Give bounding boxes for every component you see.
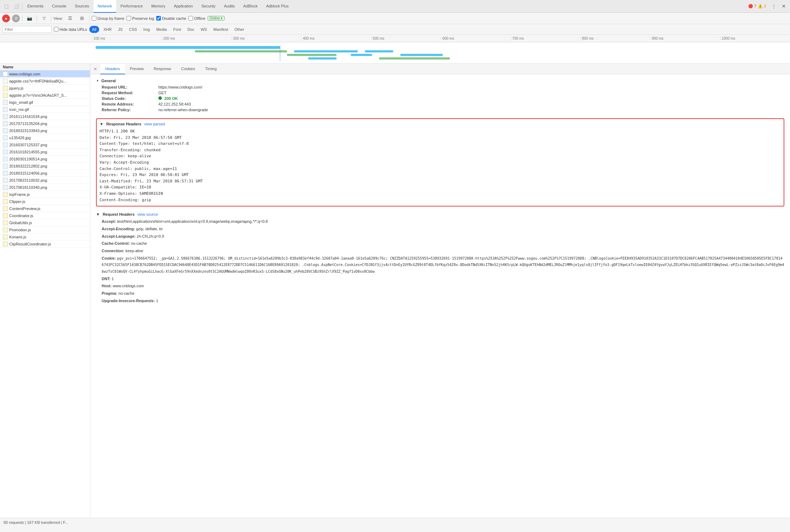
request-field-row: Cache-Control: no-cache <box>96 240 784 247</box>
group-by-frame-checkbox[interactable] <box>92 16 96 21</box>
list-item[interactable]: icon_rss.gif <box>0 106 90 113</box>
view-list-icon[interactable]: ☰ <box>65 13 75 23</box>
list-item[interactable]: Konami.js <box>0 233 90 240</box>
filter-ws-button[interactable]: WS <box>198 26 209 33</box>
request-headers-section: ▼ Request Headers view source Accept: te… <box>90 209 790 307</box>
img-file-icon <box>3 185 8 190</box>
file-name: 20161018214555.png <box>9 150 47 154</box>
panel-tab-response[interactable]: Response <box>149 64 176 74</box>
img-file-icon <box>3 100 8 105</box>
panel-tab-timing[interactable]: Timing <box>200 64 222 74</box>
view-source-button[interactable]: view source <box>137 212 158 216</box>
inspect-icon[interactable]: ⬚ <box>1 1 11 11</box>
panel-tab-cookies[interactable]: Cookies <box>176 64 200 74</box>
tab-adblock[interactable]: AdBlock <box>239 0 262 13</box>
list-item[interactable]: Clipper.js <box>0 198 90 205</box>
general-section-header[interactable]: ▼ General <box>96 77 784 84</box>
list-item[interactable]: 20160307125337.png <box>0 141 90 148</box>
list-item[interactable]: GlobalUtils.js <box>0 219 90 226</box>
list-item[interactable]: logo_small.gif <box>0 99 90 106</box>
filter-doc-button[interactable]: Doc <box>185 26 197 33</box>
filter-css-button[interactable]: CSS <box>127 26 139 33</box>
file-name: Promotion.js <box>9 228 31 232</box>
request-field-row: Accept: text/html,application/xhtml+xml,… <box>96 218 784 225</box>
tab-application[interactable]: Application <box>170 0 197 13</box>
list-item[interactable]: u135426.jpg <box>0 134 90 141</box>
tab-memory[interactable]: Memory <box>147 0 170 13</box>
tab-security[interactable]: Security <box>197 0 220 13</box>
panel-close-button[interactable]: ✕ <box>90 64 100 74</box>
hide-data-urls-checkbox[interactable] <box>54 27 58 32</box>
file-list: Name www.cnblogs.comaggsite.css?v=lhfFDN… <box>0 64 90 518</box>
filter-font-button[interactable]: Font <box>171 26 183 33</box>
view-grid-icon[interactable]: ⊞ <box>77 13 87 23</box>
panel-tab-preview[interactable]: Preview <box>125 64 149 74</box>
online-selector[interactable]: Online ▾ <box>208 16 225 21</box>
js-file-icon <box>3 227 8 232</box>
list-item[interactable]: topFrame.js <box>0 191 90 198</box>
tab-performance[interactable]: Performance <box>116 0 147 13</box>
file-name: ContentPreview.js <box>9 206 40 211</box>
filter-other-button[interactable]: Other <box>232 26 247 33</box>
offline-checkbox[interactable] <box>188 16 193 21</box>
list-item[interactable]: 20180301190514.png <box>0 155 90 163</box>
hide-data-urls-label[interactable]: Hide data URLs <box>54 27 87 32</box>
group-by-frame-label[interactable]: Group by frame <box>92 16 124 21</box>
tab-adblock-plus[interactable]: Adblock Plus <box>262 0 293 13</box>
panel-tab-headers[interactable]: Headers <box>100 64 125 74</box>
list-item[interactable]: ClipResultCoordinator.js <box>0 240 90 248</box>
response-header-line: X-UA-Compatible: IE=10 <box>100 184 781 191</box>
filter-manifest-button[interactable]: Manifest <box>211 26 230 33</box>
view-parsed-button[interactable]: view parsed <box>144 122 165 126</box>
filter-img-button[interactable]: Img <box>141 26 152 33</box>
timeline-tick: 800 ms <box>581 36 650 40</box>
list-item[interactable]: 20180323133943.png <box>0 127 90 134</box>
toolbar-divider-4 <box>89 15 90 22</box>
tab-sources[interactable]: Sources <box>70 0 93 13</box>
online-dropdown-icon[interactable]: ▾ <box>221 16 222 20</box>
list-item[interactable]: jquery.js <box>0 85 90 92</box>
preserve-log-label[interactable]: Preserve log <box>126 16 154 21</box>
filter-js-button[interactable]: JS <box>116 26 125 33</box>
more-options-icon[interactable]: ⋮ <box>769 1 779 11</box>
list-item[interactable]: 20170713135204.png <box>0 120 90 127</box>
device-icon[interactable]: ⬜ <box>11 1 21 11</box>
tab-elements[interactable]: Elements <box>23 0 48 13</box>
list-item[interactable]: aggsite.js?v=Vsns34cAa1R7_S... <box>0 92 90 99</box>
offline-label[interactable]: Offline <box>188 16 205 21</box>
tab-audits[interactable]: Audits <box>220 0 239 13</box>
tab-console[interactable]: Console <box>48 0 70 13</box>
list-item[interactable]: 20170818110340.png <box>0 184 90 191</box>
list-item[interactable]: 20161114161534.png <box>0 113 90 120</box>
close-devtools-icon[interactable]: ✕ <box>779 1 789 11</box>
list-item[interactable]: Promotion.js <box>0 226 90 233</box>
response-header-line: Content-Type: text/html; charset=utf-8 <box>100 141 781 147</box>
img-file-icon <box>3 157 8 162</box>
file-name: topFrame.js <box>9 192 30 197</box>
disable-cache-checkbox[interactable] <box>156 16 161 21</box>
request-field-label: Accept-Encoding: <box>102 227 136 231</box>
file-list-header: Name <box>0 64 90 70</box>
list-item[interactable]: 20180322212802.png <box>0 163 90 170</box>
list-item[interactable]: aggsite.css?v=lhfFDNk6saBQu... <box>0 78 90 85</box>
list-item[interactable]: 20180315124056.png <box>0 170 90 177</box>
list-item[interactable]: www.cnblogs.com <box>0 70 90 78</box>
filter-button[interactable]: ▽ <box>39 13 49 23</box>
response-header-line: Cache-Control: public, max-age=11 <box>100 166 781 172</box>
filter-xhr-button[interactable]: XHR <box>101 26 114 33</box>
request-field-value: www.cnblogs.com <box>113 284 144 288</box>
tab-network[interactable]: Network <box>94 0 116 13</box>
list-item[interactable]: 20161018214555.png <box>0 148 90 155</box>
response-header-line: Content-Encoding: gzip <box>100 197 781 203</box>
filter-media-button[interactable]: Media <box>154 26 169 33</box>
preserve-log-checkbox[interactable] <box>126 16 131 21</box>
stop-button[interactable]: ⊘ <box>12 15 20 22</box>
filter-all-button[interactable]: All <box>89 26 99 33</box>
record-button[interactable]: ● <box>2 15 10 22</box>
list-item[interactable]: ContentPreview.js <box>0 205 90 212</box>
camera-button[interactable]: 📷 <box>24 13 34 23</box>
list-item[interactable]: 20170823110032.png <box>0 177 90 184</box>
disable-cache-label[interactable]: Disable cache <box>156 16 186 21</box>
list-item[interactable]: Coordinator.js <box>0 212 90 219</box>
filter-input[interactable] <box>2 26 52 33</box>
